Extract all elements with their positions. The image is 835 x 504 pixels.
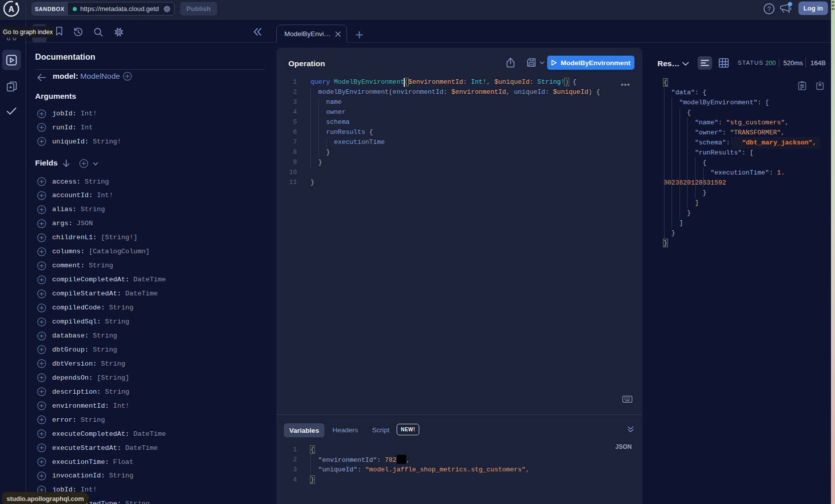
svg-text:?: ? [767,6,771,13]
